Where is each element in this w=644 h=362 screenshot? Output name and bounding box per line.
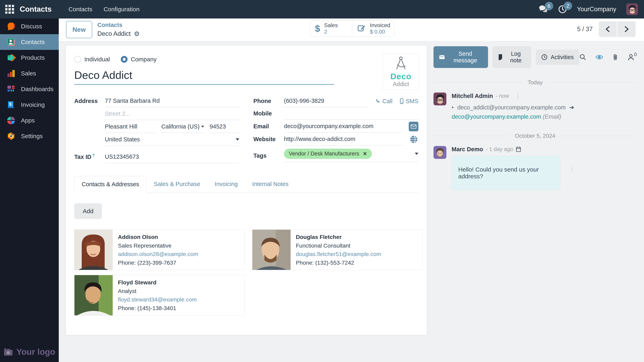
phone-icon <box>375 98 380 104</box>
sidebar-item-label: Contacts <box>21 39 45 45</box>
search-messages-icon[interactable] <box>580 54 586 60</box>
attachment-paperclip-icon[interactable] <box>612 54 618 60</box>
sms-link[interactable]: SMS <box>400 98 418 105</box>
radio-individual[interactable]: Individual <box>74 56 110 63</box>
send-message-button[interactable]: Send message <box>434 46 488 68</box>
breadcrumb-current: Deco Addict <box>98 30 130 37</box>
sidebar-item-dashboards[interactable]: Dashboards <box>0 81 59 97</box>
tags-input[interactable]: Vendor / Desk Manufacturers ✕ <box>284 146 418 162</box>
activities-clock-icon[interactable]: 2 <box>558 5 567 14</box>
contact-card-email[interactable]: douglas.fletcher51@example.com <box>296 250 381 259</box>
sidebar-item-label: Apps <box>21 117 34 124</box>
sidebar-item-invoicing[interactable]: $ Invoicing <box>0 97 59 113</box>
street2-input[interactable]: Street 2... <box>105 108 239 120</box>
message-author[interactable]: Marc Demo <box>452 146 483 153</box>
pager-previous-button[interactable] <box>599 21 617 37</box>
add-contact-button[interactable]: Add <box>74 203 102 219</box>
email-input[interactable]: deco@yourcompany.example.com <box>284 120 403 132</box>
country-select[interactable]: United States <box>105 134 239 146</box>
website-input[interactable]: http://www.deco-addict.com <box>284 133 404 145</box>
app-brand: Contacts <box>20 5 52 13</box>
invoicing-icon: $ <box>6 100 16 109</box>
tax-id-input[interactable]: US12345673 <box>105 151 239 163</box>
notebook-tabs: Contacts & Addresses Sales & Purchase In… <box>74 176 418 193</box>
sidebar-item-contacts[interactable]: Contacts <box>0 34 59 50</box>
phone-input[interactable]: (603)-996-3829 <box>284 95 368 107</box>
message-bubble: Hello! Could you send us your address? <box>452 156 560 190</box>
radio-company-circle[interactable] <box>121 56 128 63</box>
pager-next-button[interactable] <box>618 21 636 37</box>
user-avatar[interactable] <box>626 3 638 15</box>
sidebar-item-apps[interactable]: Apps <box>0 113 59 128</box>
tab-contacts-addresses[interactable]: Contacts & Addresses <box>74 176 146 193</box>
eye-icon[interactable] <box>596 54 603 60</box>
invoiced-stat-button[interactable]: Invoiced $ 0.00 <box>352 20 394 37</box>
contact-card-douglas-fletcher[interactable]: Douglas Fletcher Functional Consultant d… <box>252 230 422 270</box>
gear-icon[interactable]: ⚙ <box>134 30 140 38</box>
avatar[interactable] <box>434 92 446 105</box>
followers-icon[interactable]: 0 <box>628 54 637 60</box>
calendar-icon <box>516 146 521 152</box>
state-select[interactable]: California (US) <box>161 121 204 133</box>
send-email-icon[interactable] <box>409 122 418 131</box>
bullet-icon: • <box>452 104 454 111</box>
breadcrumb-parent[interactable]: Contacts <box>98 22 140 28</box>
company-switcher[interactable]: YourCompany <box>577 6 616 13</box>
message-author[interactable]: Mitchell Admin <box>452 93 493 99</box>
new-button[interactable]: New <box>66 21 92 38</box>
address-column: Address 77 Santa Barbara Rd Street 2... … <box>74 95 239 164</box>
zip-input[interactable]: 94523 <box>210 121 239 133</box>
sidebar-item-label: Products <box>21 54 45 61</box>
contact-photo <box>252 230 290 270</box>
tag-remove-icon[interactable]: ✕ <box>363 151 367 157</box>
mobile-label: Mobile <box>253 110 284 120</box>
menu-configuration[interactable]: Configuration <box>99 3 144 15</box>
street-input[interactable]: 77 Santa Barbara Rd <box>105 95 239 107</box>
menu-contacts[interactable]: Contacts <box>64 3 97 15</box>
svg-text:$: $ <box>9 102 12 106</box>
activities-button[interactable]: Activities <box>536 50 579 65</box>
email-label: Email <box>253 123 284 132</box>
sidebar-item-settings[interactable]: Settings <box>0 128 59 144</box>
sidebar-item-discuss[interactable]: Discuss <box>0 18 59 34</box>
sidebar-item-products[interactable]: Products <box>0 50 59 65</box>
radio-individual-circle[interactable] <box>74 56 81 63</box>
city-input[interactable]: Pleasant Hill <box>105 121 156 133</box>
tag-vendor-desk-manufacturers[interactable]: Vendor / Desk Manufacturers ✕ <box>284 149 372 159</box>
call-link[interactable]: Call <box>375 98 392 105</box>
child-contact-cards: Addison Olson Sales Representative addis… <box>74 230 422 316</box>
activities-badge: 2 <box>564 1 572 10</box>
dollar-icon: $ <box>315 23 320 34</box>
contact-card-email[interactable]: floyd.steward34@example.com <box>118 296 196 304</box>
sidebar-item-label: Sales <box>21 70 36 77</box>
message-options-icon[interactable]: ⋮ <box>569 165 575 172</box>
tab-invoicing[interactable]: Invoicing <box>208 176 245 193</box>
apps-menu-icon[interactable] <box>5 5 14 14</box>
chatter-panel: Send message Log note Activities <box>434 46 637 192</box>
contact-name-input[interactable]: Deco Addict <box>74 69 334 85</box>
help-icon[interactable]: ? <box>92 153 94 157</box>
contact-card-email[interactable]: addison.olson28@example.com <box>118 250 198 259</box>
mobile-input[interactable] <box>284 108 418 120</box>
log-note-button[interactable]: Log note <box>492 46 531 68</box>
tab-internal-notes[interactable]: Internal Notes <box>245 176 296 193</box>
arrow-right-icon: ➔ <box>569 104 574 111</box>
radio-company[interactable]: Company <box>121 56 156 63</box>
chevron-down-icon <box>201 126 204 127</box>
sidebar-item-sales[interactable]: Sales <box>0 65 59 81</box>
sales-stat-button[interactable]: $ Sales 2 <box>310 20 352 37</box>
contact-card-addison-olson[interactable]: Addison Olson Sales Representative addis… <box>74 230 244 270</box>
contact-card-floyd-steward[interactable]: Floyd Steward Analyst floyd.steward34@ex… <box>74 275 244 316</box>
messages-icon[interactable]: 6 <box>539 5 548 13</box>
tab-sales-purchase[interactable]: Sales & Purchase <box>146 176 208 193</box>
globe-icon[interactable] <box>410 135 418 144</box>
tracking-new-value[interactable]: deco@yourcompany.example.com <box>452 113 541 120</box>
avatar[interactable] <box>434 146 446 159</box>
phone-label: Phone <box>253 98 284 107</box>
mobile-icon <box>400 98 404 104</box>
sidebar: Discuss Contacts Products Sales Dashboar… <box>0 18 59 362</box>
sidebar-item-label: Discuss <box>21 23 42 30</box>
date-divider-october-5: October 5, 2024 <box>434 133 637 139</box>
company-logo[interactable]: Deco Addict <box>382 53 419 90</box>
message-options-icon[interactable]: ⋮ <box>515 92 522 99</box>
